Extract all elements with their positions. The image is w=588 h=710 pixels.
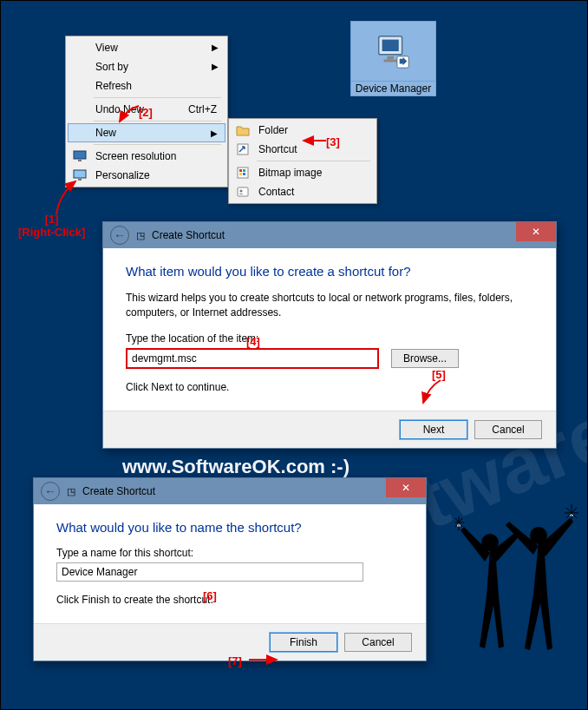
chevron-right-icon: ▶ — [212, 62, 219, 71]
menu-item-screen-resolution[interactable]: Screen resolution — [68, 147, 225, 166]
menu-item-bitmap-image[interactable]: Bitmap image — [231, 163, 375, 182]
svg-rect-2 — [387, 56, 394, 60]
callout-5: [5] — [432, 368, 446, 381]
callout-1: [1] [Right-Click] — [18, 213, 85, 239]
chevron-right-icon: ▶ — [212, 43, 219, 52]
create-shortcut-dialog-step2: ← ◳ Create Shortcut ✕ What would you lik… — [33, 477, 427, 661]
menu-item-contact[interactable]: Contact — [231, 182, 375, 201]
device-manager-icon — [350, 21, 436, 82]
menu-item-refresh[interactable]: Refresh — [68, 76, 225, 95]
svg-rect-13 — [239, 173, 242, 175]
shortcut-small-icon: ◳ — [136, 230, 145, 241]
svg-rect-3 — [383, 60, 396, 62]
new-submenu: Folder Shortcut Bitmap image Contact — [228, 118, 377, 204]
shortcut-text: Ctrl+Z — [188, 103, 217, 115]
decorative-silhouette — [452, 492, 582, 666]
bitmap-icon — [235, 166, 251, 180]
dialog-title: Create Shortcut — [152, 229, 225, 241]
location-label: Type the location of the item: — [126, 332, 533, 345]
desktop-shortcut-label: Device Manager — [350, 82, 436, 96]
cancel-button[interactable]: Cancel — [344, 633, 412, 652]
close-button[interactable]: ✕ — [386, 478, 426, 497]
watermark-horizontal: www.SoftwareOK.com :-) — [122, 456, 350, 478]
svg-rect-15 — [238, 187, 248, 196]
name-label: Type a name for this shortcut: — [56, 547, 403, 559]
dialog-hint: Click Next to continue. — [126, 381, 533, 393]
callout-2: [2] — [139, 106, 153, 119]
desktop-shortcut-device-manager[interactable]: Device Manager — [350, 21, 436, 96]
dialog-help-text: This wizard helps you to create shortcut… — [126, 291, 533, 320]
svg-rect-14 — [243, 173, 245, 175]
menu-item-view[interactable]: View▶ — [68, 38, 225, 57]
dialog-heading: What would you like to name the shortcut… — [56, 520, 403, 535]
svg-rect-11 — [239, 169, 242, 172]
svg-rect-6 — [78, 160, 82, 161]
create-shortcut-dialog-step1: ← ◳ Create Shortcut ✕ What item would yo… — [102, 221, 557, 449]
svg-rect-1 — [382, 40, 398, 51]
callout-4: [4] — [246, 335, 260, 348]
monitor-icon — [72, 149, 88, 163]
close-button[interactable]: ✕ — [516, 222, 556, 241]
dialog-hint: Click Finish to create the shortcut. — [56, 594, 403, 606]
next-button[interactable]: Next — [400, 420, 467, 439]
callout-6: [6] — [203, 589, 217, 602]
callout-3: [3] — [326, 135, 340, 148]
browse-button[interactable]: Browse... — [391, 349, 459, 368]
folder-icon — [235, 123, 251, 137]
svg-rect-12 — [243, 169, 245, 172]
back-button[interactable]: ← — [41, 482, 60, 501]
callout-7: [7] — [228, 654, 242, 667]
menu-item-personalize[interactable]: Personalize — [68, 166, 225, 185]
shortcut-icon — [235, 142, 251, 156]
location-input[interactable] — [126, 348, 379, 369]
name-input[interactable] — [56, 562, 363, 582]
menu-item-sort-by[interactable]: Sort by▶ — [68, 57, 225, 76]
finish-button[interactable]: Finish — [270, 633, 337, 652]
menu-item-new[interactable]: New▶ — [68, 123, 225, 142]
back-button[interactable]: ← — [110, 226, 129, 245]
svg-rect-5 — [74, 151, 86, 159]
chevron-right-icon: ▶ — [211, 128, 218, 138]
dialog-titlebar[interactable]: ← ◳ Create Shortcut ✕ — [103, 222, 556, 248]
svg-point-16 — [240, 190, 243, 193]
dialog-title: Create Shortcut — [82, 485, 155, 497]
shortcut-small-icon: ◳ — [67, 486, 75, 497]
dialog-heading: What item would you like to create a sho… — [126, 264, 533, 279]
cancel-button[interactable]: Cancel — [474, 420, 542, 439]
contact-icon — [235, 185, 251, 199]
dialog-titlebar[interactable]: ← ◳ Create Shortcut ✕ — [34, 478, 426, 504]
